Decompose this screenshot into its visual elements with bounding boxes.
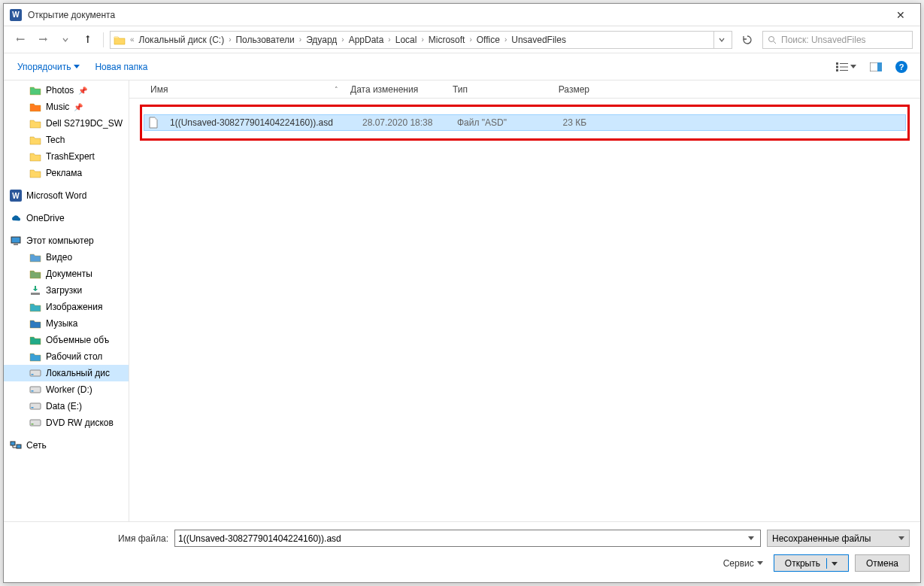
search-placeholder: Поиск: UnsavedFiles bbox=[781, 35, 866, 45]
tools-menu[interactable]: Сервис bbox=[719, 555, 768, 572]
view-mode-button[interactable] bbox=[831, 59, 862, 74]
sidebar-item[interactable]: Рабочий стол bbox=[4, 348, 129, 365]
svg-rect-22 bbox=[17, 445, 21, 448]
drive-icon bbox=[29, 367, 41, 379]
sidebar-network[interactable]: Сеть bbox=[4, 437, 129, 454]
crumb[interactable]: Пользователи bbox=[232, 33, 297, 47]
forward-button[interactable]: 🠖 bbox=[34, 31, 52, 49]
sidebar-item[interactable]: Data (E:) bbox=[4, 398, 129, 414]
sidebar-item[interactable]: Видео bbox=[4, 249, 129, 266]
dvd-icon bbox=[29, 417, 41, 429]
file-list-pane: Имя˄ Дата изменения Тип Размер 1((Unsave… bbox=[129, 80, 920, 521]
word-app-icon: W bbox=[10, 9, 22, 21]
refresh-button[interactable] bbox=[737, 31, 758, 49]
svg-rect-13 bbox=[30, 370, 41, 376]
help-button[interactable]: ? bbox=[890, 58, 913, 76]
sort-arrow-icon: ˄ bbox=[335, 86, 338, 93]
sidebar-item-label: Photos bbox=[46, 85, 74, 96]
folder-icon bbox=[29, 167, 41, 179]
sidebar-onedrive[interactable]: OneDrive bbox=[4, 210, 129, 226]
sidebar-item-label: Видео bbox=[46, 252, 72, 263]
sidebar-item[interactable]: Реклама bbox=[4, 165, 129, 181]
sidebar-item[interactable]: Загрузки bbox=[4, 282, 129, 299]
preview-pane-button[interactable] bbox=[865, 59, 887, 74]
pc-icon bbox=[10, 235, 22, 247]
titlebar: W Открытие документа ✕ bbox=[4, 4, 920, 26]
sidebar-item[interactable]: Dell S2719DC_SW bbox=[4, 115, 129, 132]
filename-input[interactable] bbox=[178, 533, 745, 544]
sidebar-word[interactable]: WMicrosoft Word bbox=[4, 187, 129, 204]
chevron-right-icon: › bbox=[386, 35, 392, 44]
sidebar-item[interactable]: Music📌 bbox=[4, 99, 129, 115]
crumb[interactable]: AppData bbox=[346, 33, 387, 47]
sidebar-item[interactable]: TrashExpert bbox=[4, 148, 129, 165]
close-button[interactable]: ✕ bbox=[887, 4, 914, 26]
address-dropdown[interactable] bbox=[713, 32, 729, 48]
svg-rect-19 bbox=[30, 420, 41, 426]
sidebar-thispc[interactable]: Этот компьютер bbox=[4, 232, 129, 249]
svg-rect-2 bbox=[836, 62, 838, 65]
column-date[interactable]: Дата изменения bbox=[344, 84, 447, 95]
sidebar-item[interactable]: Изображения bbox=[4, 299, 129, 315]
file-type-filter[interactable]: Несохраненные файлы bbox=[767, 530, 910, 547]
svg-rect-10 bbox=[11, 237, 20, 243]
organize-menu[interactable]: Упорядочить bbox=[11, 59, 86, 75]
sidebar-item[interactable]: Worker (D:) bbox=[4, 381, 129, 398]
filename-dropdown[interactable] bbox=[745, 530, 757, 546]
crumb[interactable]: Эдуард bbox=[303, 33, 340, 47]
address-bar[interactable]: « Локальный диск (C:)› Пользователи› Эду… bbox=[110, 31, 732, 49]
sidebar-item[interactable]: Photos📌 bbox=[4, 82, 129, 99]
svg-rect-3 bbox=[836, 65, 838, 68]
recent-dropdown[interactable] bbox=[56, 31, 74, 49]
footer: Имя файла: Несохраненные файлы Сервис От… bbox=[4, 521, 920, 582]
filename-combo[interactable] bbox=[174, 530, 761, 547]
file-size: 23 КБ bbox=[541, 117, 592, 128]
crumb-overflow[interactable]: « bbox=[129, 35, 136, 44]
open-button[interactable]: Открыть bbox=[774, 554, 849, 572]
separator bbox=[103, 32, 104, 47]
sidebar-item[interactable]: Локальный дис bbox=[4, 365, 129, 381]
sidebar-item[interactable]: Музыка bbox=[4, 315, 129, 332]
file-list[interactable]: 1((Unsaved-308277901404224160)).asd 28.0… bbox=[129, 99, 920, 521]
svg-rect-5 bbox=[840, 63, 848, 64]
svg-rect-12 bbox=[31, 293, 40, 295]
sidebar[interactable]: Photos📌Music📌Dell S2719DC_SWTechTrashExp… bbox=[4, 80, 129, 521]
sidebar-item-label: Microsoft Word bbox=[26, 190, 86, 201]
search-input[interactable]: Поиск: UnsavedFiles bbox=[762, 31, 913, 49]
sidebar-item-label: Музыка bbox=[46, 318, 77, 329]
back-button[interactable]: 🠔 bbox=[11, 31, 29, 49]
new-folder-button[interactable]: Новая папка bbox=[89, 59, 153, 75]
sidebar-item-label: Локальный дис bbox=[46, 368, 110, 378]
column-name[interactable]: Имя˄ bbox=[144, 84, 344, 95]
open-dropdown[interactable] bbox=[826, 558, 838, 569]
sidebar-item-label: Tech bbox=[46, 135, 65, 145]
sidebar-item[interactable]: DVD RW дисков bbox=[4, 414, 129, 431]
breadcrumbs: « Локальный диск (C:)› Пользователи› Эду… bbox=[129, 33, 569, 47]
chevron-down-icon bbox=[898, 536, 904, 541]
crumb[interactable]: Microsoft bbox=[426, 33, 468, 47]
downloads-icon bbox=[29, 284, 41, 296]
crumb[interactable]: Локальный диск (C:) bbox=[136, 33, 228, 47]
crumb[interactable]: UnsavedFiles bbox=[508, 33, 569, 47]
network-icon bbox=[10, 439, 22, 451]
svg-rect-14 bbox=[32, 374, 34, 375]
column-size[interactable]: Размер bbox=[537, 84, 595, 95]
sidebar-item[interactable]: Документы bbox=[4, 266, 129, 282]
sidebar-item[interactable]: Tech bbox=[4, 132, 129, 148]
crumb[interactable]: Office bbox=[474, 33, 503, 47]
sidebar-item-label: Data (E:) bbox=[46, 401, 82, 411]
chevron-right-icon: › bbox=[227, 35, 232, 44]
up-button[interactable]: 🠕 bbox=[79, 31, 97, 49]
file-icon bbox=[147, 117, 159, 129]
help-icon: ? bbox=[895, 61, 907, 73]
svg-rect-16 bbox=[32, 390, 34, 392]
cancel-button[interactable]: Отмена bbox=[855, 554, 910, 572]
sidebar-item[interactable]: Объемные объ bbox=[4, 332, 129, 348]
column-type[interactable]: Тип bbox=[447, 84, 537, 95]
sidebar-item-label: Загрузки bbox=[46, 285, 82, 296]
svg-rect-17 bbox=[30, 403, 41, 409]
file-row[interactable]: 1((Unsaved-308277901404224160)).asd 28.0… bbox=[144, 114, 906, 131]
crumb[interactable]: Local bbox=[392, 33, 420, 47]
video-icon bbox=[29, 251, 41, 263]
svg-rect-9 bbox=[877, 62, 882, 71]
